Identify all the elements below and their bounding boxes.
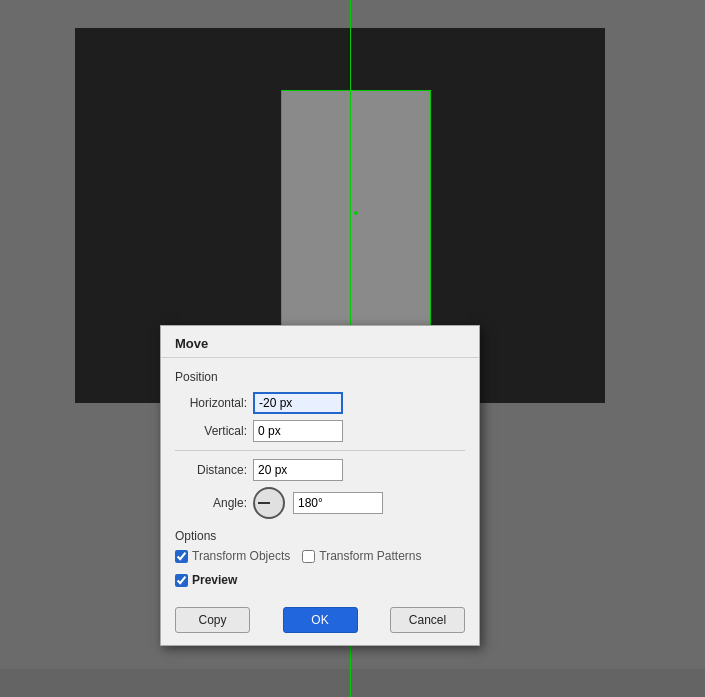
- distance-row: Distance:: [175, 459, 465, 481]
- horizontal-row: Horizontal:: [175, 392, 465, 414]
- angle-row: Angle:: [175, 487, 465, 519]
- transform-objects-label: Transform Objects: [192, 549, 290, 563]
- copy-button[interactable]: Copy: [175, 607, 250, 633]
- vertical-input[interactable]: [253, 420, 343, 442]
- angle-dial[interactable]: [253, 487, 285, 519]
- preview-row: Preview: [175, 573, 465, 587]
- preview-checkbox[interactable]: [175, 574, 188, 587]
- selected-object: [281, 90, 431, 335]
- angle-input[interactable]: [293, 492, 383, 514]
- move-dialog: Move Position Horizontal: Vertical: Dist…: [160, 325, 480, 646]
- transform-patterns-checkbox[interactable]: [302, 550, 315, 563]
- angle-label: Angle:: [175, 496, 247, 510]
- cancel-button[interactable]: Cancel: [390, 607, 465, 633]
- angle-line: [258, 502, 270, 504]
- preview-label: Preview: [192, 573, 237, 587]
- center-dot: [354, 211, 358, 215]
- options-checkboxes: Transform Objects Transform Patterns: [175, 549, 465, 563]
- transform-objects-checkbox[interactable]: [175, 550, 188, 563]
- vertical-label: Vertical:: [175, 424, 247, 438]
- distance-label: Distance:: [175, 463, 247, 477]
- transform-patterns-label: Transform Patterns: [319, 549, 421, 563]
- dialog-title: Move: [175, 336, 208, 351]
- preview-checkbox-label[interactable]: Preview: [175, 573, 237, 587]
- options-label: Options: [175, 529, 465, 543]
- bottom-bar: [0, 669, 705, 697]
- ok-button[interactable]: OK: [283, 607, 358, 633]
- horizontal-label: Horizontal:: [175, 396, 247, 410]
- horizontal-input[interactable]: [253, 392, 343, 414]
- divider-1: [175, 450, 465, 451]
- options-section: Options Transform Objects Transform Patt…: [175, 529, 465, 563]
- transform-patterns-checkbox-label[interactable]: Transform Patterns: [302, 549, 421, 563]
- vertical-row: Vertical:: [175, 420, 465, 442]
- dialog-titlebar: Move: [161, 326, 479, 358]
- dialog-body: Position Horizontal: Vertical: Distance:…: [161, 358, 479, 599]
- dialog-footer: Copy OK Cancel: [161, 599, 479, 645]
- transform-objects-checkbox-label[interactable]: Transform Objects: [175, 549, 290, 563]
- distance-input[interactable]: [253, 459, 343, 481]
- position-section-label: Position: [175, 370, 465, 384]
